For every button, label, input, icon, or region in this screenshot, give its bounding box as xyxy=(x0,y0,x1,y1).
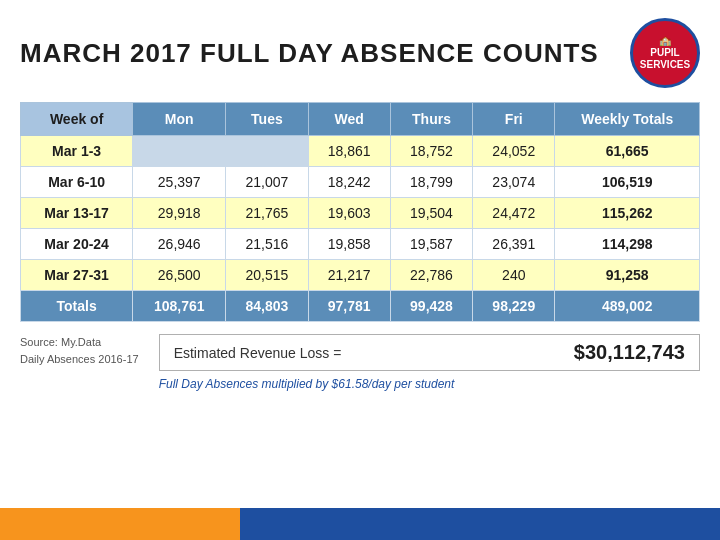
table-cell: 19,603 xyxy=(308,198,390,229)
logo: 🏫PUPILSERVICES xyxy=(630,18,700,88)
revenue-area: Estimated Revenue Loss = $30,112,743 Ful… xyxy=(159,334,700,391)
totals-cell: Totals xyxy=(21,291,133,322)
table-cell: 21,516 xyxy=(226,229,308,260)
source-line1: Source: My.Data xyxy=(20,334,139,351)
page-title: MARCH 2017 FULL DAY ABSENCE COUNTS xyxy=(20,38,599,69)
bottom-bar xyxy=(0,508,720,540)
bar-blue xyxy=(240,508,720,540)
totals-cell: 97,781 xyxy=(308,291,390,322)
table-cell: 21,217 xyxy=(308,260,390,291)
table-header-row: Week of Mon Tues Wed Thurs Fri Weekly To… xyxy=(21,103,700,136)
estimated-label: Estimated Revenue Loss = xyxy=(174,345,342,361)
estimated-box: Estimated Revenue Loss = $30,112,743 xyxy=(159,334,700,371)
table-cell: 18,752 xyxy=(390,136,472,167)
table-wrapper: Week of Mon Tues Wed Thurs Fri Weekly To… xyxy=(0,102,720,322)
table-cell: 114,298 xyxy=(555,229,700,260)
totals-cell: 489,002 xyxy=(555,291,700,322)
table-cell: 25,397 xyxy=(133,167,226,198)
logo-text: 🏫PUPILSERVICES xyxy=(640,35,690,71)
bottom-section: Source: My.Data Daily Absences 2016-17 E… xyxy=(0,322,720,399)
totals-cell: 84,803 xyxy=(226,291,308,322)
col-header-tues: Tues xyxy=(226,103,308,136)
col-header-wed: Wed xyxy=(308,103,390,136)
totals-cell: 108,761 xyxy=(133,291,226,322)
table-cell xyxy=(226,136,308,167)
footnote: Full Day Absences multiplied by $61.58/d… xyxy=(159,377,700,391)
bar-orange xyxy=(0,508,240,540)
table-cell: 91,258 xyxy=(555,260,700,291)
table-cell: Mar 1-3 xyxy=(21,136,133,167)
header: MARCH 2017 FULL DAY ABSENCE COUNTS 🏫PUPI… xyxy=(0,0,720,98)
source-line2: Daily Absences 2016-17 xyxy=(20,351,139,368)
table-cell: 26,500 xyxy=(133,260,226,291)
table-cell: 23,074 xyxy=(473,167,555,198)
estimated-value: $30,112,743 xyxy=(574,341,685,364)
table-cell: 24,052 xyxy=(473,136,555,167)
col-header-thurs: Thurs xyxy=(390,103,472,136)
totals-cell: 99,428 xyxy=(390,291,472,322)
table-cell: 240 xyxy=(473,260,555,291)
table-cell: 61,665 xyxy=(555,136,700,167)
table-cell: 115,262 xyxy=(555,198,700,229)
table-cell: 26,391 xyxy=(473,229,555,260)
table-cell: 19,504 xyxy=(390,198,472,229)
table-cell: 29,918 xyxy=(133,198,226,229)
table-row: Mar 13-1729,91821,76519,60319,50424,4721… xyxy=(21,198,700,229)
table-cell: Mar 13-17 xyxy=(21,198,133,229)
totals-row: Totals108,76184,80397,78199,42898,229489… xyxy=(21,291,700,322)
table-cell xyxy=(133,136,226,167)
table-row: Mar 27-3126,50020,51521,21722,78624091,2… xyxy=(21,260,700,291)
col-header-total: Weekly Totals xyxy=(555,103,700,136)
table-cell: 18,861 xyxy=(308,136,390,167)
totals-cell: 98,229 xyxy=(473,291,555,322)
table-cell: 26,946 xyxy=(133,229,226,260)
page: MARCH 2017 FULL DAY ABSENCE COUNTS 🏫PUPI… xyxy=(0,0,720,540)
table-row: Mar 20-2426,94621,51619,85819,58726,3911… xyxy=(21,229,700,260)
absence-table: Week of Mon Tues Wed Thurs Fri Weekly To… xyxy=(20,102,700,322)
table-cell: Mar 27-31 xyxy=(21,260,133,291)
table-cell: 20,515 xyxy=(226,260,308,291)
source-info: Source: My.Data Daily Absences 2016-17 xyxy=(20,334,139,367)
table-cell: 21,765 xyxy=(226,198,308,229)
table-cell: 106,519 xyxy=(555,167,700,198)
col-header-mon: Mon xyxy=(133,103,226,136)
table-row: Mar 1-318,86118,75224,05261,665 xyxy=(21,136,700,167)
table-cell: 22,786 xyxy=(390,260,472,291)
table-cell: Mar 20-24 xyxy=(21,229,133,260)
col-header-fri: Fri xyxy=(473,103,555,136)
col-header-week: Week of xyxy=(21,103,133,136)
table-cell: 18,242 xyxy=(308,167,390,198)
table-cell: 19,858 xyxy=(308,229,390,260)
table-cell: 21,007 xyxy=(226,167,308,198)
table-cell: Mar 6-10 xyxy=(21,167,133,198)
table-cell: 19,587 xyxy=(390,229,472,260)
table-row: Mar 6-1025,39721,00718,24218,79923,07410… xyxy=(21,167,700,198)
table-cell: 18,799 xyxy=(390,167,472,198)
table-cell: 24,472 xyxy=(473,198,555,229)
